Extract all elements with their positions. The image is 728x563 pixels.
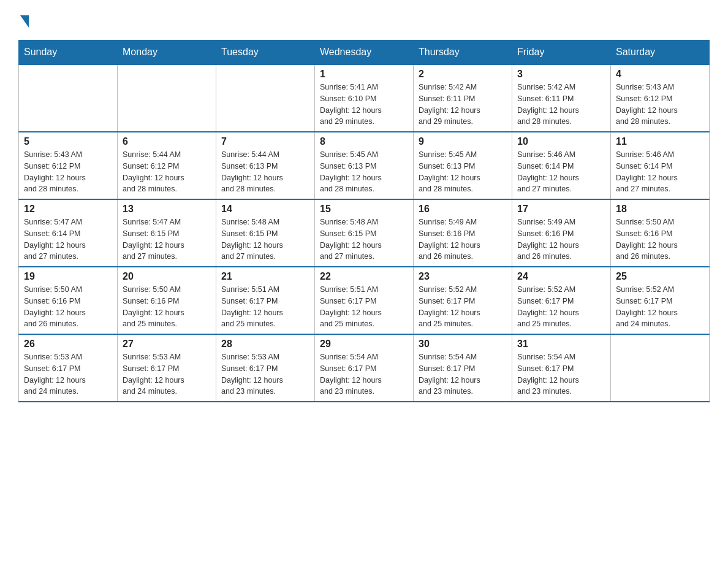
day-info: Sunrise: 5:43 AM Sunset: 6:12 PM Dayligh… xyxy=(616,82,704,128)
calendar-cell: 18Sunrise: 5:50 AM Sunset: 6:16 PM Dayli… xyxy=(611,199,710,267)
calendar-cell: 16Sunrise: 5:49 AM Sunset: 6:16 PM Dayli… xyxy=(414,199,512,267)
day-info: Sunrise: 5:48 AM Sunset: 6:15 PM Dayligh… xyxy=(320,216,408,262)
logo-arrow-icon xyxy=(20,15,29,28)
day-header-sunday: Sunday xyxy=(19,40,118,65)
calendar-cell: 20Sunrise: 5:50 AM Sunset: 6:16 PM Dayli… xyxy=(118,267,216,334)
day-number: 18 xyxy=(616,204,704,215)
calendar-cell: 3Sunrise: 5:42 AM Sunset: 6:11 PM Daylig… xyxy=(512,64,611,132)
calendar-cell: 31Sunrise: 5:54 AM Sunset: 6:17 PM Dayli… xyxy=(512,334,611,402)
calendar-cell: 14Sunrise: 5:48 AM Sunset: 6:15 PM Dayli… xyxy=(216,199,315,267)
day-info: Sunrise: 5:42 AM Sunset: 6:11 PM Dayligh… xyxy=(419,82,507,128)
calendar-cell: 15Sunrise: 5:48 AM Sunset: 6:15 PM Dayli… xyxy=(315,199,414,267)
calendar-cell: 24Sunrise: 5:52 AM Sunset: 6:17 PM Dayli… xyxy=(512,267,611,334)
day-info: Sunrise: 5:44 AM Sunset: 6:12 PM Dayligh… xyxy=(123,149,211,195)
calendar-cell xyxy=(118,64,216,132)
day-number: 10 xyxy=(517,136,605,147)
calendar-week-row: 12Sunrise: 5:47 AM Sunset: 6:14 PM Dayli… xyxy=(19,199,710,267)
calendar-cell: 5Sunrise: 5:43 AM Sunset: 6:12 PM Daylig… xyxy=(19,132,118,199)
day-info: Sunrise: 5:49 AM Sunset: 6:16 PM Dayligh… xyxy=(419,216,507,262)
day-info: Sunrise: 5:47 AM Sunset: 6:14 PM Dayligh… xyxy=(24,216,112,262)
day-header-tuesday: Tuesday xyxy=(216,40,315,65)
day-number: 3 xyxy=(517,69,605,80)
calendar-cell: 26Sunrise: 5:53 AM Sunset: 6:17 PM Dayli… xyxy=(19,334,118,402)
day-number: 27 xyxy=(123,339,211,350)
day-number: 6 xyxy=(123,136,211,147)
day-number: 24 xyxy=(517,271,605,282)
day-number: 23 xyxy=(419,271,507,282)
day-number: 13 xyxy=(123,204,211,215)
day-info: Sunrise: 5:44 AM Sunset: 6:13 PM Dayligh… xyxy=(221,149,309,195)
calendar-cell: 19Sunrise: 5:50 AM Sunset: 6:16 PM Dayli… xyxy=(19,267,118,334)
calendar-cell: 17Sunrise: 5:49 AM Sunset: 6:16 PM Dayli… xyxy=(512,199,611,267)
day-number: 25 xyxy=(616,271,704,282)
calendar-cell: 2Sunrise: 5:42 AM Sunset: 6:11 PM Daylig… xyxy=(414,64,512,132)
day-info: Sunrise: 5:53 AM Sunset: 6:17 PM Dayligh… xyxy=(221,351,309,397)
calendar-week-row: 1Sunrise: 5:41 AM Sunset: 6:10 PM Daylig… xyxy=(19,64,710,132)
day-number: 7 xyxy=(221,136,309,147)
calendar-cell: 4Sunrise: 5:43 AM Sunset: 6:12 PM Daylig… xyxy=(611,64,710,132)
calendar-cell: 27Sunrise: 5:53 AM Sunset: 6:17 PM Dayli… xyxy=(118,334,216,402)
day-number: 12 xyxy=(24,204,112,215)
logo-top xyxy=(18,12,29,28)
day-info: Sunrise: 5:54 AM Sunset: 6:17 PM Dayligh… xyxy=(517,351,605,397)
page-header xyxy=(18,12,710,28)
calendar-week-row: 19Sunrise: 5:50 AM Sunset: 6:16 PM Dayli… xyxy=(19,267,710,334)
day-number: 21 xyxy=(221,271,309,282)
day-info: Sunrise: 5:50 AM Sunset: 6:16 PM Dayligh… xyxy=(123,284,211,330)
logo xyxy=(18,12,29,28)
day-number: 15 xyxy=(320,204,408,215)
day-info: Sunrise: 5:54 AM Sunset: 6:17 PM Dayligh… xyxy=(320,351,408,397)
day-header-friday: Friday xyxy=(512,40,611,65)
calendar-cell: 30Sunrise: 5:54 AM Sunset: 6:17 PM Dayli… xyxy=(414,334,512,402)
day-info: Sunrise: 5:52 AM Sunset: 6:17 PM Dayligh… xyxy=(616,284,704,330)
day-header-wednesday: Wednesday xyxy=(315,40,414,65)
day-info: Sunrise: 5:48 AM Sunset: 6:15 PM Dayligh… xyxy=(221,216,309,262)
day-number: 1 xyxy=(320,69,408,80)
day-number: 5 xyxy=(24,136,112,147)
calendar-cell: 9Sunrise: 5:45 AM Sunset: 6:13 PM Daylig… xyxy=(414,132,512,199)
day-info: Sunrise: 5:50 AM Sunset: 6:16 PM Dayligh… xyxy=(616,216,704,262)
day-info: Sunrise: 5:45 AM Sunset: 6:13 PM Dayligh… xyxy=(419,149,507,195)
day-number: 11 xyxy=(616,136,704,147)
day-info: Sunrise: 5:46 AM Sunset: 6:14 PM Dayligh… xyxy=(517,149,605,195)
calendar-header-row: SundayMondayTuesdayWednesdayThursdayFrid… xyxy=(19,40,710,65)
day-number: 14 xyxy=(221,204,309,215)
day-number: 29 xyxy=(320,339,408,350)
day-info: Sunrise: 5:51 AM Sunset: 6:17 PM Dayligh… xyxy=(221,284,309,330)
calendar-cell: 1Sunrise: 5:41 AM Sunset: 6:10 PM Daylig… xyxy=(315,64,414,132)
calendar-cell: 23Sunrise: 5:52 AM Sunset: 6:17 PM Dayli… xyxy=(414,267,512,334)
day-header-saturday: Saturday xyxy=(611,40,710,65)
calendar-cell: 28Sunrise: 5:53 AM Sunset: 6:17 PM Dayli… xyxy=(216,334,315,402)
calendar-cell: 21Sunrise: 5:51 AM Sunset: 6:17 PM Dayli… xyxy=(216,267,315,334)
calendar-cell: 8Sunrise: 5:45 AM Sunset: 6:13 PM Daylig… xyxy=(315,132,414,199)
calendar-cell xyxy=(611,334,710,402)
calendar-cell: 7Sunrise: 5:44 AM Sunset: 6:13 PM Daylig… xyxy=(216,132,315,199)
calendar-cell: 22Sunrise: 5:51 AM Sunset: 6:17 PM Dayli… xyxy=(315,267,414,334)
calendar-cell xyxy=(216,64,315,132)
calendar-cell: 13Sunrise: 5:47 AM Sunset: 6:15 PM Dayli… xyxy=(118,199,216,267)
day-number: 4 xyxy=(616,69,704,80)
day-info: Sunrise: 5:41 AM Sunset: 6:10 PM Dayligh… xyxy=(320,82,408,128)
day-number: 30 xyxy=(419,339,507,350)
day-number: 9 xyxy=(419,136,507,147)
day-number: 20 xyxy=(123,271,211,282)
day-info: Sunrise: 5:52 AM Sunset: 6:17 PM Dayligh… xyxy=(517,284,605,330)
calendar-cell: 12Sunrise: 5:47 AM Sunset: 6:14 PM Dayli… xyxy=(19,199,118,267)
day-number: 22 xyxy=(320,271,408,282)
calendar-cell: 6Sunrise: 5:44 AM Sunset: 6:12 PM Daylig… xyxy=(118,132,216,199)
calendar-cell: 25Sunrise: 5:52 AM Sunset: 6:17 PM Dayli… xyxy=(611,267,710,334)
calendar-week-row: 5Sunrise: 5:43 AM Sunset: 6:12 PM Daylig… xyxy=(19,132,710,199)
day-number: 28 xyxy=(221,339,309,350)
day-number: 31 xyxy=(517,339,605,350)
day-info: Sunrise: 5:49 AM Sunset: 6:16 PM Dayligh… xyxy=(517,216,605,262)
day-info: Sunrise: 5:50 AM Sunset: 6:16 PM Dayligh… xyxy=(24,284,112,330)
day-number: 19 xyxy=(24,271,112,282)
calendar-cell: 11Sunrise: 5:46 AM Sunset: 6:14 PM Dayli… xyxy=(611,132,710,199)
day-info: Sunrise: 5:43 AM Sunset: 6:12 PM Dayligh… xyxy=(24,149,112,195)
day-info: Sunrise: 5:52 AM Sunset: 6:17 PM Dayligh… xyxy=(419,284,507,330)
day-number: 16 xyxy=(419,204,507,215)
day-number: 8 xyxy=(320,136,408,147)
calendar-cell: 29Sunrise: 5:54 AM Sunset: 6:17 PM Dayli… xyxy=(315,334,414,402)
day-number: 17 xyxy=(517,204,605,215)
day-info: Sunrise: 5:46 AM Sunset: 6:14 PM Dayligh… xyxy=(616,149,704,195)
